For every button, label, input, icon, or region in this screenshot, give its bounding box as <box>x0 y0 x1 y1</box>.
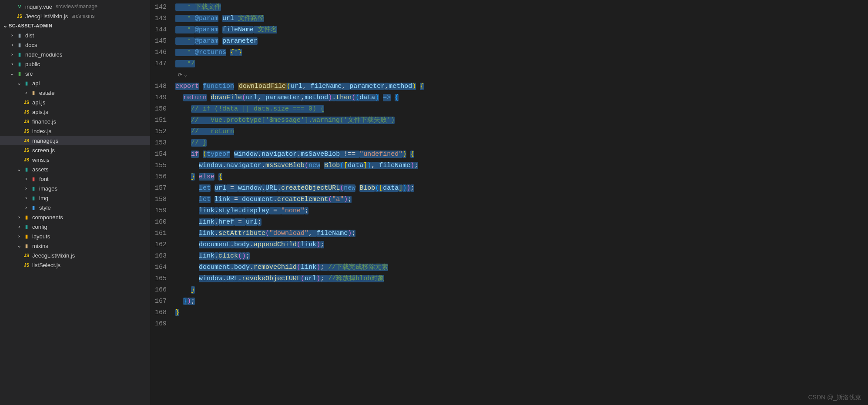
chevron-right-icon <box>23 195 30 201</box>
folder-estate[interactable]: ▮ estate <box>0 88 150 97</box>
open-editor-jeecg[interactable]: JS JeecgListMixin.js src\mixins <box>0 11 150 21</box>
code-line[interactable]: 149 return downFile(url, parameter,metho… <box>150 92 868 104</box>
file-listselect[interactable]: JS listSelect.js <box>0 260 150 270</box>
chevron-right-icon <box>16 214 23 220</box>
folder-assets[interactable]: ▮ assets <box>0 164 150 174</box>
code-line[interactable]: 143 * @param url 文件路径 <box>150 13 868 24</box>
region-icon: ⟳ <box>178 72 182 78</box>
file-apis-js[interactable]: JS apis.js <box>0 107 150 117</box>
code-line[interactable]: 155 window.navigator.msSaveBlob(new Blob… <box>150 160 868 171</box>
code-content: */ <box>175 58 195 70</box>
folder-img[interactable]: ▮ img <box>0 193 150 203</box>
code-line[interactable]: 144 * @param fileName 文件名 <box>150 24 868 36</box>
code-line[interactable]: 154 if (typeof window.navigator.msSaveBl… <box>150 149 868 160</box>
code-content: window.URL.revokeObjectURL(url); //释放掉bl… <box>175 273 384 285</box>
layouts-icon: ▮ <box>23 233 30 240</box>
line-number: 142 <box>150 2 175 13</box>
code-content: link.setAttribute("download", fileName); <box>175 228 355 239</box>
code-line[interactable]: 146 * @returns {*} <box>150 47 868 58</box>
code-line[interactable]: 142 * 下载文件 <box>150 2 868 13</box>
code-line[interactable]: 151 // Vue.prototype['$message'].warning… <box>150 115 868 126</box>
code-line[interactable]: 152 // return <box>150 126 868 137</box>
file-label: apis.js <box>32 109 48 115</box>
file-label: listSelect.js <box>32 262 60 268</box>
folder-config[interactable]: ▮ config <box>0 222 150 231</box>
code-line[interactable]: 166 } <box>150 285 868 296</box>
js-icon: JS <box>23 108 30 115</box>
folder-label: style <box>39 204 51 211</box>
vertical-scrollbar[interactable] <box>862 0 868 405</box>
folder-mixins[interactable]: ▮ mixins <box>0 241 150 251</box>
file-jeecg-mixin[interactable]: JS JeecgListMixin.js <box>0 251 150 260</box>
folder-icon: ▮ <box>30 89 37 96</box>
code-line[interactable]: 163 link.click(); <box>150 251 868 262</box>
code-line[interactable]: 159 link.style.display = "none"; <box>150 205 868 217</box>
code-line[interactable]: 162 document.body.appendChild(link); <box>150 239 868 251</box>
folder-public[interactable]: ▮ public <box>0 59 150 69</box>
open-editor-inquiry[interactable]: V inquiry.vue src\views\manage <box>0 2 150 11</box>
folder-label: layouts <box>32 233 50 240</box>
line-number: 146 <box>150 47 175 58</box>
folder-src[interactable]: ▮ src <box>0 69 150 78</box>
code-line[interactable]: 165 window.URL.revokeObjectURL(url); //释… <box>150 273 868 285</box>
folder-label: public <box>25 61 40 67</box>
code-content: document.body.removeChild(link); //下载完成移… <box>175 262 388 273</box>
code-line[interactable]: 153 // } <box>150 137 868 149</box>
folder-layouts[interactable]: ▮ layouts <box>0 231 150 241</box>
code-line[interactable]: 148export function downloadFile(url, fil… <box>150 81 868 92</box>
code-content: link.click(); <box>175 251 250 262</box>
code-content: * 下载文件 <box>175 2 221 13</box>
line-number: 167 <box>150 296 175 307</box>
code-line[interactable]: 160 link.href = url; <box>150 217 868 228</box>
folder-label: dist <box>25 32 34 39</box>
file-label: api.js <box>32 99 45 106</box>
code-line[interactable]: 169 <box>150 318 868 330</box>
file-wms-js[interactable]: JS wms.js <box>0 155 150 164</box>
code-content: }); <box>175 296 195 307</box>
folder-font[interactable]: ▮ font <box>0 174 150 184</box>
app-root: V inquiry.vue src\views\manage JS JeecgL… <box>0 0 868 405</box>
folder-components[interactable]: ▮ components <box>0 212 150 222</box>
js-icon: JS <box>16 13 23 20</box>
file-manage-js[interactable]: JS manage.js <box>0 136 150 145</box>
file-index-js[interactable]: JS index.js <box>0 126 150 136</box>
file-finance-js[interactable]: JS finance.js <box>0 117 150 126</box>
code-line[interactable]: 145 * @param parameter <box>150 36 868 47</box>
chevron-down-icon: ⌄ <box>184 72 187 78</box>
code-line[interactable]: 161 link.setAttribute("download", fileNa… <box>150 228 868 239</box>
folder-docs[interactable]: ▮ docs <box>0 40 150 50</box>
code-line[interactable]: 150 // if (!data || data.size === 0) { <box>150 104 868 115</box>
js-icon: JS <box>23 147 30 154</box>
public-icon: ▮ <box>16 60 23 67</box>
folder-icon: ▮ <box>16 41 23 48</box>
code-content: window.navigator.msSaveBlob(new Blob([da… <box>175 160 418 171</box>
file-api-js[interactable]: JS api.js <box>0 97 150 107</box>
code-content: // } <box>175 137 207 149</box>
code-line[interactable]: 158 let link = document.createElement("a… <box>150 194 868 205</box>
code-line[interactable]: 164 document.body.removeChild(link); //下… <box>150 262 868 273</box>
line-number: 157 <box>150 183 175 194</box>
code-area[interactable]: 142 * 下载文件143 * @param url 文件路径144 * @pa… <box>150 0 868 405</box>
folder-images[interactable]: ▮ images <box>0 184 150 193</box>
code-line[interactable]: 147 */ <box>150 58 868 70</box>
chevron-down-icon <box>2 23 9 29</box>
folder-node-modules[interactable]: ▮ node_modules <box>0 50 150 59</box>
file-screen-js[interactable]: JS screen.js <box>0 145 150 155</box>
code-content: document.body.appendChild(link); <box>175 239 324 251</box>
code-line[interactable]: 167 }); <box>150 296 868 307</box>
project-header[interactable]: SC-ASSET-ADMIN <box>0 21 150 30</box>
folder-style[interactable]: ▮ style <box>0 203 150 212</box>
code-content: let link = document.createElement("a"); <box>175 194 352 205</box>
folder-api[interactable]: ▮ api <box>0 78 150 88</box>
code-content: // if (!data || data.size === 0) { <box>175 104 324 115</box>
fold-region-toggle[interactable]: ⟳⌄ <box>150 70 868 81</box>
line-number: 169 <box>150 318 175 330</box>
code-content: * @param url 文件路径 <box>175 13 264 24</box>
config-icon: ▮ <box>23 223 30 230</box>
code-line[interactable]: 168} <box>150 307 868 318</box>
folder-label: images <box>39 185 57 192</box>
folder-dist[interactable]: ▮ dist <box>0 30 150 40</box>
code-line[interactable]: 157 let url = window.URL.createObjectURL… <box>150 183 868 194</box>
code-line[interactable]: 156 } else { <box>150 171 868 183</box>
project-name: SC-ASSET-ADMIN <box>9 23 52 28</box>
